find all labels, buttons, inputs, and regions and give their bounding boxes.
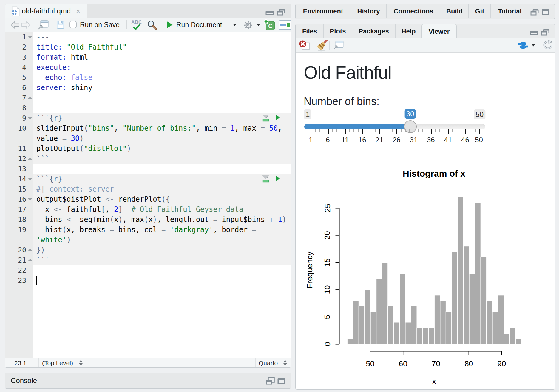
slider-grid-label: 36 xyxy=(427,136,435,144)
fold-up-icon[interactable] xyxy=(28,157,32,160)
code-line-text: output$distPlot <- renderPlot({ xyxy=(36,194,170,204)
tab-files[interactable]: Files xyxy=(296,24,324,38)
gear-icon[interactable] xyxy=(243,20,253,30)
fold-down-icon[interactable] xyxy=(28,117,32,120)
publish-icon[interactable] xyxy=(518,41,529,50)
slider-handle[interactable] xyxy=(404,120,417,133)
toolbar-separator xyxy=(162,20,162,29)
code-row[interactable]: bins <- seq(min(x), max(x), length.out =… xyxy=(33,214,291,225)
fold-up-icon[interactable] xyxy=(28,96,32,99)
run-document-play-icon[interactable] xyxy=(166,21,173,29)
restore-pane-icon[interactable] xyxy=(277,8,285,16)
run-document-label[interactable]: Run Document xyxy=(176,21,222,29)
code-row[interactable] xyxy=(5,275,291,285)
language-mode[interactable]: Quarto xyxy=(259,359,278,367)
code-row[interactable] xyxy=(5,164,291,174)
restore-pane-icon[interactable] xyxy=(541,28,550,36)
code-row[interactable]: value = 30) xyxy=(33,133,291,143)
tab-help[interactable]: Help xyxy=(396,24,421,38)
code-row[interactable]: --- xyxy=(5,93,291,103)
code-row[interactable]: format: html xyxy=(5,52,291,62)
minimize-pane-icon[interactable] xyxy=(529,28,538,36)
back-icon[interactable] xyxy=(11,21,20,29)
code-line-text: plotOutput("distPlot") xyxy=(36,143,131,154)
scope-updown-icon[interactable] xyxy=(79,360,83,366)
scope-selector[interactable]: (Top Level) xyxy=(42,359,73,367)
slider-grid-major-tick xyxy=(379,129,380,134)
line-number: 11 xyxy=(5,143,26,154)
insert-chunk-icon[interactable]: C xyxy=(263,19,277,31)
code-row[interactable]: server: shiny xyxy=(5,83,291,93)
code-row[interactable]: ``` xyxy=(33,255,291,265)
histogram-plot: 05101520255060708090Histogram of xFreque… xyxy=(296,161,555,390)
code-row[interactable] xyxy=(5,265,291,275)
fold-down-icon[interactable] xyxy=(28,198,32,201)
run-chunks-above-icon[interactable] xyxy=(262,175,270,183)
code-row[interactable]: output$distPlot <- renderPlot({ xyxy=(33,194,291,204)
status-separator xyxy=(255,358,256,368)
code-row[interactable]: #| context: server xyxy=(33,184,291,194)
code-row[interactable]: hist(x, breaks = bins, col = 'darkgray',… xyxy=(33,225,291,235)
code-row[interactable]: ```{r} xyxy=(33,113,291,123)
console-pane[interactable]: Console xyxy=(5,373,291,389)
tab-old-faithful-qmd[interactable]: old-faithful.qmd × xyxy=(5,4,87,18)
code-editor[interactable]: ---1title: "Old Faithful"2format: html3e… xyxy=(5,32,291,358)
maximize-pane-icon[interactable] xyxy=(277,377,285,385)
publish-dropdown-icon[interactable] xyxy=(531,44,535,47)
fold-down-icon[interactable] xyxy=(28,178,32,180)
restore-pane-icon[interactable] xyxy=(530,8,539,16)
code-row[interactable]: echo: false xyxy=(5,72,291,83)
line-number: 12 xyxy=(5,154,26,164)
run-chunks-above-icon[interactable] xyxy=(262,115,270,122)
maximize-pane-icon[interactable] xyxy=(541,8,550,16)
restore-pane-icon[interactable] xyxy=(266,377,275,385)
fold-up-icon[interactable] xyxy=(28,249,32,251)
language-mode-updown-icon[interactable] xyxy=(283,360,287,366)
code-row[interactable]: x <- faithful[, 2] # Old Faithful Geyser… xyxy=(33,204,291,214)
fold-up-icon[interactable] xyxy=(28,259,32,261)
run-chunk-icon[interactable] xyxy=(276,175,280,181)
stop-app-icon[interactable] xyxy=(299,40,311,52)
forward-icon[interactable] xyxy=(21,21,30,29)
run-document-dropdown-icon[interactable] xyxy=(233,24,237,26)
tab-plots[interactable]: Plots xyxy=(324,24,352,38)
code-row[interactable]: --- xyxy=(5,32,291,42)
histogram-bar xyxy=(463,246,469,344)
tab-history[interactable]: History xyxy=(350,4,387,18)
tab-viewer[interactable]: Viewer xyxy=(421,24,457,38)
tab-build[interactable]: Build xyxy=(440,4,469,18)
run-chunk-icon[interactable] xyxy=(276,115,280,121)
tab-label: History xyxy=(357,7,380,15)
tab-environment[interactable]: Environment xyxy=(296,4,350,18)
gear-dropdown-icon[interactable] xyxy=(256,24,260,26)
minimize-pane-icon[interactable] xyxy=(265,8,274,16)
line-number: 14 xyxy=(5,174,26,184)
code-row[interactable]: 'white') xyxy=(33,235,291,245)
tab-git[interactable]: Git xyxy=(469,4,491,18)
source-outline-icon[interactable] xyxy=(279,20,291,30)
code-row[interactable]: plotOutput("distPlot") xyxy=(33,143,291,154)
tab-tutorial[interactable]: Tutorial xyxy=(491,4,529,18)
code-row[interactable]: ```{r} xyxy=(33,174,291,184)
code-row[interactable]: ``` xyxy=(33,154,291,164)
code-row[interactable] xyxy=(5,103,291,113)
tab-connections[interactable]: Connections xyxy=(387,4,440,18)
code-line-text: --- xyxy=(36,32,49,42)
code-row[interactable]: sliderInput("bins", "Number of bins:", m… xyxy=(33,123,291,133)
fold-down-icon[interactable] xyxy=(28,36,32,38)
code-row[interactable]: execute: xyxy=(5,62,291,72)
save-icon[interactable] xyxy=(56,21,65,29)
tab-packages[interactable]: Packages xyxy=(352,24,396,38)
run-on-save-checkbox[interactable] xyxy=(69,21,77,28)
refresh-icon[interactable] xyxy=(543,40,553,51)
code-row[interactable]: title: "Old Faithful" xyxy=(5,42,291,52)
code-row[interactable]: }) xyxy=(33,245,291,255)
histogram-bar xyxy=(434,295,440,344)
search-icon[interactable] xyxy=(147,20,157,30)
tab-close-icon[interactable]: × xyxy=(76,7,80,16)
slider-grid-minor-tick xyxy=(435,129,436,132)
open-in-new-window-icon[interactable] xyxy=(38,20,49,30)
clear-viewer-broom-icon[interactable] xyxy=(315,40,328,52)
viewer-open-in-new-window-icon[interactable] xyxy=(333,41,344,50)
spellcheck-icon[interactable]: ABC xyxy=(131,20,144,30)
